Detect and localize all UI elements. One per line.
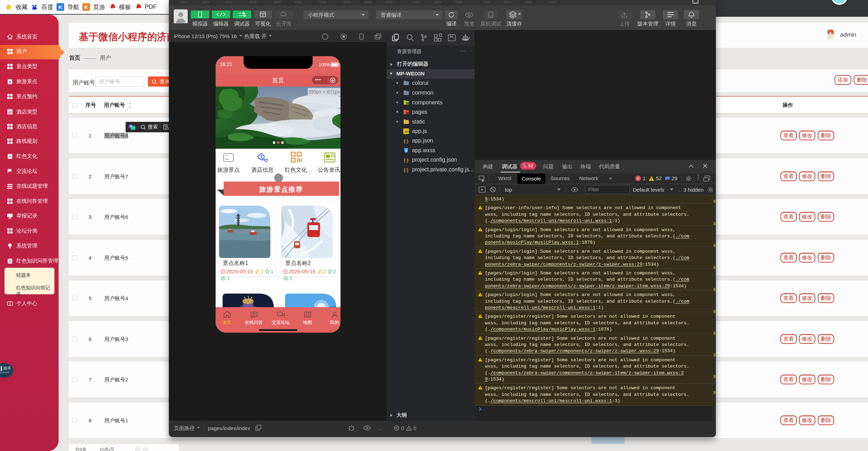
svg-text:{·}: {·} xyxy=(404,168,409,172)
svg-text:3: 3 xyxy=(405,149,407,152)
svg-text:{·}: {·} xyxy=(404,139,409,143)
svg-text:K: K xyxy=(84,4,88,10)
svg-text:JS: JS xyxy=(404,130,408,133)
svg-text:{·}: {·} xyxy=(404,158,409,163)
svg-text:K: K xyxy=(59,4,62,10)
